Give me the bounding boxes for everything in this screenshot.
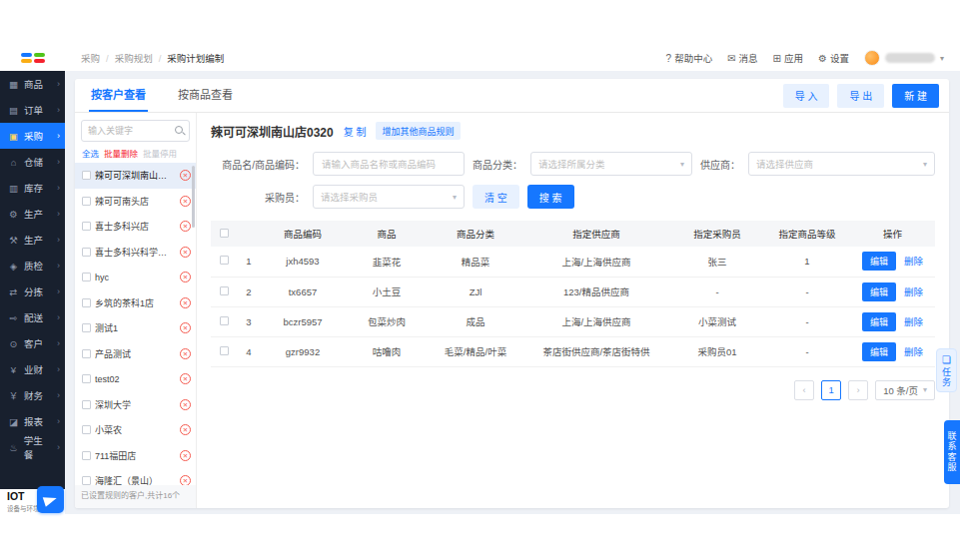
tab-by-product[interactable]: 按商品查看 [162, 79, 249, 112]
checkbox[interactable] [82, 273, 91, 281]
sidebar-item-student-meals[interactable]: ♨学生餐› [0, 434, 65, 460]
remove-rule-icon[interactable]: ✕ [180, 424, 191, 435]
checkbox[interactable] [82, 374, 91, 383]
edit-button[interactable]: 编辑 [862, 342, 896, 361]
customer-list-item[interactable]: hyc✕ [75, 265, 196, 290]
delete-link[interactable]: 删除 [904, 256, 923, 267]
list-scrollbar[interactable] [192, 166, 195, 228]
next-page-button[interactable]: › [848, 380, 868, 400]
sidebar-item-reports[interactable]: ◪报表› [0, 408, 65, 434]
batch-delete-link[interactable]: 批量删除 [104, 147, 138, 159]
buyer-select[interactable]: 请选择采购员 ▾ [313, 185, 465, 209]
brand-logo[interactable] [0, 53, 65, 63]
sidebar-item-qc[interactable]: ◈质检› [0, 253, 65, 279]
tab-by-customer[interactable]: 按客户查看 [75, 79, 162, 112]
remove-rule-icon[interactable]: ✕ [180, 348, 191, 359]
customer-list-item[interactable]: 测试1✕ [75, 315, 196, 341]
row-checkbox[interactable] [220, 316, 229, 325]
breadcrumb-item[interactable]: 采购 [81, 51, 100, 65]
checkbox[interactable] [82, 400, 91, 409]
row-checkbox[interactable] [220, 286, 229, 295]
customer-list-item[interactable]: 海隆汇（景山）✕ [75, 468, 196, 485]
checkbox[interactable] [82, 451, 91, 460]
remove-rule-icon[interactable]: ✕ [180, 247, 191, 258]
import-button[interactable]: 导 入 [783, 84, 830, 108]
sidebar-item-production-2[interactable]: ⚒生产› [0, 227, 65, 253]
customer-list-item[interactable]: 产品测试✕ [75, 341, 196, 367]
sidebar-item-biz-finance[interactable]: ¥业财› [0, 356, 65, 382]
remove-rule-icon[interactable]: ✕ [180, 170, 191, 181]
task-float-button[interactable]: ❏ 任务 [936, 348, 957, 392]
customer-list-item[interactable]: test02✕ [75, 366, 196, 392]
category-select[interactable]: 请选择所属分类 ▾ [530, 152, 692, 176]
select-all-checkbox[interactable] [220, 229, 229, 238]
sidebar-item-sorting[interactable]: ⇄分拣› [0, 279, 65, 304]
sidebar-item-orders[interactable]: ▤订单› [0, 97, 65, 123]
sidebar-item-purchase[interactable]: ▣采购› [0, 123, 65, 149]
checkbox[interactable] [82, 197, 91, 206]
delete-link[interactable]: 删除 [904, 286, 923, 297]
customer-list-item[interactable]: 乡筑的茶科1店✕ [75, 290, 196, 316]
sidebar-item-customers[interactable]: ⊙客户› [0, 330, 65, 356]
edit-button[interactable]: 编辑 [862, 312, 896, 331]
remove-rule-icon[interactable]: ✕ [180, 322, 191, 333]
checkbox[interactable] [82, 323, 91, 332]
prev-page-button[interactable]: ‹ [794, 380, 814, 400]
sidebar-item-production-1[interactable]: ⚙生产› [0, 201, 65, 227]
user-menu[interactable]: ▾ [864, 50, 944, 66]
add-rule-button[interactable]: 增加其他商品规则 [376, 122, 460, 140]
select-all-link[interactable]: 全选 [82, 147, 99, 159]
sidebar-item-inventory[interactable]: ▥库存› [0, 175, 65, 201]
apps-button[interactable]: ⊞ 应用 [773, 51, 803, 65]
edit-button[interactable]: 编辑 [862, 252, 896, 271]
checkbox[interactable] [82, 349, 91, 358]
checkbox[interactable] [82, 248, 91, 257]
checkbox[interactable] [82, 298, 91, 307]
product-name-input[interactable] [313, 152, 465, 176]
remove-rule-icon[interactable]: ✕ [180, 373, 191, 384]
help-center-button[interactable]: ? 帮助中心 [666, 51, 713, 65]
remove-rule-icon[interactable]: ✕ [180, 196, 191, 207]
remove-rule-icon[interactable]: ✕ [180, 272, 191, 282]
remove-rule-icon[interactable]: ✕ [180, 399, 191, 410]
customer-list-item[interactable]: 喜士多科兴科学园2号1120✕ [75, 240, 196, 266]
remove-rule-icon[interactable]: ✕ [180, 297, 191, 308]
settings-button[interactable]: ⚙ 设置 [818, 51, 849, 65]
clear-button[interactable]: 清 空 [473, 185, 519, 209]
customer-list-item[interactable]: 喜士多科兴店✕ [75, 214, 196, 240]
create-button[interactable]: 新 建 [892, 84, 939, 108]
remove-rule-icon[interactable]: ✕ [180, 475, 191, 484]
checkbox[interactable] [82, 222, 91, 231]
delete-link[interactable]: 删除 [904, 316, 923, 327]
row-checkbox[interactable] [220, 256, 229, 265]
checkbox[interactable] [82, 425, 91, 434]
export-button[interactable]: 导 出 [837, 84, 884, 108]
remove-rule-icon[interactable]: ✕ [180, 450, 191, 461]
checkbox[interactable] [82, 476, 91, 484]
current-page-button[interactable]: 1 [821, 380, 841, 400]
supplier-select[interactable]: 请选择供应商 ▾ [748, 152, 935, 176]
page-size-select[interactable]: 10 条/页 ▾ [875, 380, 935, 400]
customer-list-item[interactable]: 小菜农✕ [75, 417, 196, 443]
customer-list-item[interactable]: 辣可可南头店✕ [75, 189, 196, 215]
search-button[interactable]: 搜 索 [527, 185, 574, 209]
sidebar-item-delivery[interactable]: ⇨配送› [0, 304, 65, 330]
checkbox[interactable] [82, 171, 91, 180]
cell-buyer: 小菜测试 [670, 306, 764, 336]
sidebar-item-products[interactable]: ▦商品› [0, 71, 65, 97]
delete-link[interactable]: 删除 [904, 346, 923, 357]
batch-stop-link[interactable]: 批量停用 [143, 147, 177, 159]
row-checkbox[interactable] [220, 346, 229, 355]
breadcrumb-item[interactable]: 采购规划 [100, 51, 153, 65]
messages-button[interactable]: ✉ 消息 [727, 51, 757, 65]
sidebar-item-warehouse[interactable]: ⌂仓储› [0, 149, 65, 175]
edit-button[interactable]: 编辑 [862, 282, 896, 301]
remove-rule-icon[interactable]: ✕ [180, 221, 191, 232]
customer-service-float-button[interactable]: 联系客服 [944, 420, 960, 484]
customer-list-item[interactable]: 辣可可深圳南山店0320✕ [75, 163, 196, 189]
sidebar-item-finance[interactable]: ￥财务› [0, 382, 65, 408]
copy-link[interactable]: 复 制 [344, 124, 367, 139]
customer-list-item[interactable]: 711福田店✕ [75, 443, 196, 469]
customer-list-item[interactable]: 深圳大学✕ [75, 392, 196, 418]
customer-search-input[interactable] [81, 120, 190, 142]
